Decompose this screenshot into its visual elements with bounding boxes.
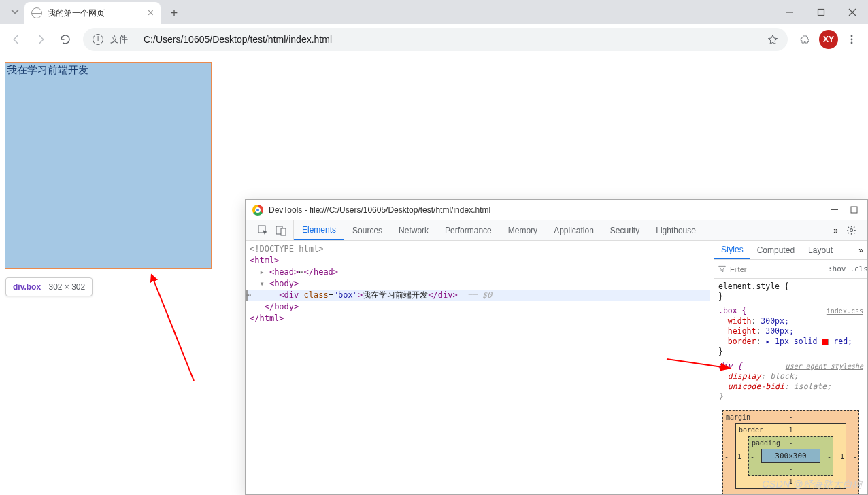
dom-selected-element[interactable]: <div class="box">我在学习前端开发</div> == $0: [246, 290, 710, 301]
devtools-titlebar[interactable]: DevTools - file:///C:/Users/10605/Deskto…: [246, 200, 867, 220]
side-tabbar: Styles Computed Layout »: [714, 241, 867, 260]
devtools-window-controls: [831, 206, 861, 214]
box-text: 我在学习前端开发: [7, 64, 88, 75]
svg-point-6: [851, 41, 853, 44]
side-overflow-icon[interactable]: »: [858, 245, 867, 255]
settings-gear-icon[interactable]: [846, 225, 856, 235]
svg-line-7: [153, 279, 194, 381]
devtools-maximize-icon[interactable]: [850, 206, 858, 214]
rule-div-ua: user agent styleshe div { display: block…: [718, 361, 863, 402]
tab-application[interactable]: Application: [546, 220, 602, 240]
dom-html-close[interactable]: </html>: [250, 313, 284, 323]
tabs-dropdown-button[interactable]: [5, 2, 24, 21]
tab-title: 我的第一个网页: [48, 7, 142, 19]
styles-filter-input[interactable]: [730, 265, 824, 273]
dom-head-close[interactable]: </head>: [304, 267, 339, 277]
tab-elements[interactable]: Elements: [294, 220, 344, 240]
devtools-title: DevTools - file:///C:/Users/10605/Deskto…: [269, 205, 825, 215]
globe-icon: [31, 7, 42, 18]
extensions-icon[interactable]: [795, 29, 816, 50]
avatar-initials: XY: [823, 35, 834, 44]
inspected-box[interactable]: 我在学习前端开发: [5, 63, 211, 268]
svg-rect-12: [281, 228, 286, 235]
styles-toolbar: :hov .cls +: [714, 260, 867, 279]
device-toolbar-icon[interactable]: [276, 225, 286, 236]
styles-panel: Styles Computed Layout » :hov .cls +: [714, 241, 867, 494]
tooltip-dimensions: 302 × 302: [48, 282, 85, 292]
element-tooltip: div.box 302 × 302: [5, 277, 93, 296]
annotation-arrow: [143, 272, 204, 388]
profile-avatar[interactable]: XY: [819, 30, 838, 49]
tab-lighthouse[interactable]: Lighthouse: [648, 220, 704, 240]
chrome-logo-icon: [252, 205, 263, 216]
site-info-icon[interactable]: i: [93, 34, 103, 45]
reload-button[interactable]: [54, 29, 76, 50]
rule-source-link[interactable]: index.css: [827, 306, 863, 316]
side-tab-computed[interactable]: Computed: [750, 241, 801, 259]
cls-toggle[interactable]: .cls: [850, 264, 868, 273]
close-icon[interactable]: ×: [148, 7, 154, 18]
minimize-button[interactable]: [774, 0, 805, 24]
elements-dom-tree[interactable]: <!DOCTYPE html> <html> ▸ <head>⋯</head> …: [246, 241, 714, 494]
tab-network[interactable]: Network: [390, 220, 437, 240]
filter-icon: [718, 265, 726, 273]
tab-sources[interactable]: Sources: [344, 220, 390, 240]
devtools-minimize-icon[interactable]: [831, 206, 838, 214]
url-scheme-label: 文件: [110, 33, 128, 46]
new-tab-button[interactable]: +: [165, 3, 184, 22]
tab-security[interactable]: Security: [602, 220, 648, 240]
forward-button[interactable]: [30, 29, 52, 50]
dom-doctype[interactable]: <!DOCTYPE html>: [250, 243, 710, 255]
svg-point-5: [851, 38, 853, 40]
dom-body-open[interactable]: <body>: [269, 279, 299, 288]
browser-toolbar: i 文件 C:/Users/10605/Desktop/test/html/in…: [0, 24, 868, 54]
bookmark-icon[interactable]: [767, 34, 778, 45]
url-text: C:/Users/10605/Desktop/test/html/index.h…: [135, 34, 332, 45]
browser-tab[interactable]: 我的第一个网页 ×: [24, 2, 161, 24]
css-rules-list[interactable]: element.style { } index.css .box { width…: [714, 279, 867, 494]
inspect-element-icon[interactable]: [258, 225, 269, 236]
dom-html-open[interactable]: <html>: [250, 256, 279, 265]
svg-point-13: [850, 229, 853, 232]
dom-head-open[interactable]: <head>: [269, 267, 299, 277]
side-tab-layout[interactable]: Layout: [801, 241, 839, 259]
rule-element-style: element.style { }: [718, 281, 863, 302]
color-swatch[interactable]: [822, 339, 829, 345]
tab-strip: 我的第一个网页 × +: [0, 0, 868, 24]
hov-toggle[interactable]: :hov: [828, 264, 846, 273]
rule-source-ua: user agent styleshe: [786, 361, 863, 371]
maximize-button[interactable]: [805, 0, 837, 24]
tab-performance[interactable]: Performance: [437, 220, 500, 240]
back-button[interactable]: [5, 29, 27, 50]
tooltip-selector: div.box: [13, 282, 41, 292]
rule-box: index.css .box { width: 300px; height: 3…: [718, 306, 863, 357]
page-viewport: 我在学习前端开发 div.box 302 × 302 DevTools - fi…: [0, 54, 868, 495]
watermark-text: CSDN @经海路大白狗: [762, 479, 863, 491]
svg-rect-1: [818, 10, 824, 16]
tab-memory[interactable]: Memory: [500, 220, 546, 240]
devtools-window: DevTools - file:///C:/Users/10605/Deskto…: [245, 199, 868, 495]
address-bar[interactable]: i 文件 C:/Users/10605/Desktop/test/html/in…: [83, 28, 788, 51]
devtools-tabbar: Elements Sources Network Performance Mem…: [246, 220, 867, 241]
box-model-content: 300×300: [761, 449, 820, 463]
menu-icon[interactable]: [841, 29, 863, 50]
tabs-overflow-icon[interactable]: »: [833, 226, 838, 235]
dom-body-close[interactable]: </body>: [265, 302, 299, 311]
svg-rect-9: [851, 207, 857, 213]
side-tab-styles[interactable]: Styles: [714, 241, 750, 259]
window-controls: [774, 0, 868, 24]
svg-point-4: [851, 35, 853, 37]
close-window-button[interactable]: [837, 0, 868, 24]
